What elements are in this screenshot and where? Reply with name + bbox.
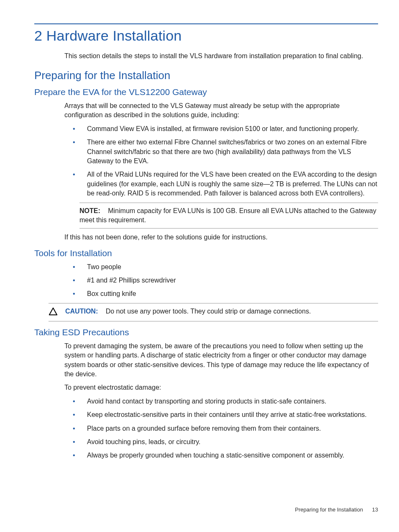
note-text: Minimum capacity for EVA LUNs is 100 GB.… (79, 207, 376, 224)
list-item: Always be properly grounded when touchin… (73, 451, 378, 460)
chapter-title: 2 Hardware Installation (34, 28, 378, 44)
note-label: NOTE: (79, 207, 100, 214)
list-item: All of the VRaid LUNs required for the V… (73, 170, 378, 198)
subsection-prepare-eva: Prepare the EVA for the VLS12200 Gateway (34, 87, 378, 97)
esd-paragraph-1: To prevent damaging the system, be aware… (64, 342, 378, 379)
list-item: Keep electrostatic-sensitive parts in th… (73, 410, 378, 419)
esd-paragraph-2: To prevent electrostatic damage: (64, 383, 378, 392)
after-note-paragraph: If this has not been done, refer to the … (64, 233, 378, 242)
caution-row: CAUTION: Do not use any power tools. The… (65, 307, 311, 316)
footer-text: Preparing for the Installation (295, 506, 363, 513)
list-item: #1 and #2 Phillips screwdriver (73, 276, 378, 285)
list-item: Box cutting knife (73, 289, 378, 298)
caution-text: Do not use any power tools. They could s… (106, 308, 311, 315)
list-item: Avoid touching pins, leads, or circuitry… (73, 437, 378, 447)
list-item: Command View EVA is installed, at firmwa… (73, 124, 378, 134)
list-item: There are either two external Fibre Chan… (73, 138, 378, 166)
list-item: Place parts on a grounded surface before… (73, 424, 378, 433)
subsection-esd: Taking ESD Precautions (34, 327, 378, 337)
caution-box: CAUTION: Do not use any power tools. The… (49, 303, 378, 321)
list-item: Avoid hand contact by transporting and s… (73, 397, 378, 406)
esd-bullets: Avoid hand contact by transporting and s… (73, 397, 378, 460)
caution-label: CAUTION: (65, 308, 98, 315)
section-preparing: Preparing for the Installation (34, 69, 378, 82)
footer-page-number: 13 (372, 506, 378, 513)
intro-paragraph: This section details the steps to instal… (64, 52, 378, 60)
caution-icon (49, 307, 60, 318)
page: 2 Hardware Installation This section det… (0, 0, 399, 532)
note-box: NOTE: Minimum capacity for EVA LUNs is 1… (79, 203, 378, 229)
list-item: Two people (73, 262, 378, 272)
tools-bullets: Two people #1 and #2 Phillips screwdrive… (73, 262, 378, 299)
chapter-title-text: Hardware Installation (46, 28, 182, 44)
footer: Preparing for the Installation 13 (295, 506, 378, 513)
subsection-tools: Tools for Installation (34, 248, 378, 258)
prepare-eva-paragraph: Arrays that will be connected to the VLS… (64, 101, 378, 120)
chapter-number: 2 (34, 28, 42, 44)
top-rule (34, 23, 378, 24)
prepare-eva-bullets: Command View EVA is installed, at firmwa… (73, 124, 378, 198)
